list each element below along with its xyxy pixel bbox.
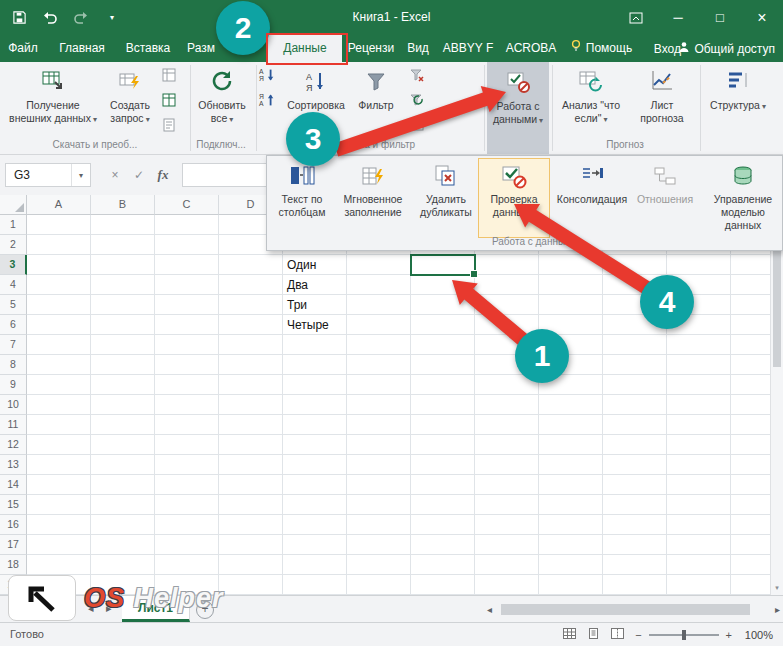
- vertical-scrollbar[interactable]: ▴ ▾: [770, 195, 783, 595]
- ribbon-display-options-icon[interactable]: [615, 0, 657, 35]
- cancel-button[interactable]: ×: [104, 163, 126, 187]
- tab-help[interactable]: Помощь: [562, 35, 640, 62]
- remove-duplicates-button[interactable]: Удалить дубликаты: [415, 159, 477, 237]
- column-header-A[interactable]: A: [27, 195, 91, 215]
- consolidate-button[interactable]: Консолидация: [553, 159, 631, 237]
- clear-filter-icon[interactable]: [408, 66, 426, 84]
- row-header-4[interactable]: 4: [0, 275, 27, 295]
- button-label: Анализ "что: [562, 99, 620, 112]
- button-label: прогноза: [640, 112, 683, 125]
- view-page-layout-icon[interactable]: [587, 628, 600, 641]
- data-tools-group-button[interactable]: Работа с данными▾: [487, 62, 549, 154]
- column-header-C[interactable]: C: [155, 195, 219, 215]
- row-header-17[interactable]: 17: [0, 535, 27, 555]
- row-header-3[interactable]: 3: [0, 255, 27, 275]
- select-all-corner[interactable]: [0, 195, 27, 215]
- tab-home[interactable]: Главная: [46, 35, 118, 62]
- tab-file[interactable]: Файл: [0, 35, 46, 62]
- scroll-down-icon[interactable]: ▾: [771, 584, 783, 592]
- row-header-7[interactable]: 7: [0, 335, 27, 355]
- column-header-B[interactable]: B: [91, 195, 155, 215]
- zoom-slider[interactable]: [649, 634, 719, 636]
- row-header-2[interactable]: 2: [0, 235, 27, 255]
- row-header-11[interactable]: 11: [0, 415, 27, 435]
- view-page-break-icon[interactable]: [611, 628, 624, 641]
- what-if-analysis-button[interactable]: Анализ "что если"▾: [556, 64, 626, 148]
- group-separator: [484, 65, 485, 151]
- hscroll-thumb[interactable]: [501, 604, 750, 615]
- show-queries-icon[interactable]: [160, 66, 178, 84]
- sort-ascending-icon[interactable]: АЯ: [258, 66, 276, 84]
- sort-descending-icon[interactable]: ЯА: [258, 91, 276, 109]
- row-header-13[interactable]: 13: [0, 455, 27, 475]
- zoom-out-button[interactable]: −: [635, 629, 641, 641]
- group-label-get-transform: Скачать и преоб...: [20, 139, 170, 150]
- row-header-5[interactable]: 5: [0, 295, 27, 315]
- row-header-14[interactable]: 14: [0, 475, 27, 495]
- row-header-9[interactable]: 9: [0, 375, 27, 395]
- recent-sources-icon[interactable]: [160, 116, 178, 134]
- annotation-step-4: 4: [640, 275, 694, 329]
- row-header-8[interactable]: 8: [0, 355, 27, 375]
- row-header-15[interactable]: 15: [0, 495, 27, 515]
- tab-insert[interactable]: Вставка: [118, 35, 178, 62]
- zoom-slider-thumb[interactable]: [682, 630, 686, 640]
- refresh-all-button[interactable]: Обновить все▾: [192, 64, 252, 148]
- share-button[interactable]: Общий доступ: [678, 35, 775, 62]
- tab-abbyy[interactable]: ABBYY F: [436, 35, 500, 62]
- row-header-6[interactable]: 6: [0, 315, 27, 335]
- cell-E5[interactable]: Три: [287, 295, 307, 315]
- outline-group-button[interactable]: Структура▾: [706, 64, 770, 148]
- cell-E3[interactable]: Один: [287, 255, 316, 275]
- view-normal-icon[interactable]: [563, 628, 576, 641]
- hscroll-left-icon[interactable]: ◂: [487, 604, 492, 615]
- manage-data-model-button[interactable]: Управление моделью данных: [705, 159, 781, 237]
- from-table-icon[interactable]: [160, 91, 178, 109]
- flash-fill-button[interactable]: Мгновенное заполнение: [335, 159, 411, 237]
- tab-acrobat[interactable]: ACROBA: [500, 35, 562, 62]
- data-validation-button[interactable]: Проверка данных▾: [479, 159, 549, 237]
- os-helper-watermark: OS Helper: [84, 583, 224, 614]
- forecast-sheet-button[interactable]: Лист прогноза: [630, 64, 694, 148]
- worksheet-grid: ABCDEFGHIJKL 123456789101112131415161718…: [0, 195, 783, 595]
- minimize-button[interactable]: ─: [657, 0, 699, 35]
- row-header-18[interactable]: 18: [0, 555, 27, 575]
- row-header-10[interactable]: 10: [0, 395, 27, 415]
- reapply-filter-icon[interactable]: [408, 91, 426, 109]
- row-header-1[interactable]: 1: [0, 215, 27, 235]
- name-box[interactable]: G3 ▾: [5, 163, 91, 187]
- tab-review[interactable]: Рецензи: [342, 35, 400, 62]
- annotation-step-2: 2: [216, 1, 270, 55]
- hscroll-track[interactable]: [495, 603, 772, 616]
- row-header-12[interactable]: 12: [0, 435, 27, 455]
- maximize-button[interactable]: □: [699, 0, 741, 35]
- cells-layer[interactable]: ОдинДваТриЧетыре: [27, 215, 783, 595]
- tab-view[interactable]: Вид: [400, 35, 436, 62]
- tab-page-layout[interactable]: Разм: [178, 35, 224, 62]
- cell-E6[interactable]: Четыре: [287, 315, 329, 335]
- close-button[interactable]: ×: [741, 0, 783, 35]
- group-label-forecast: Прогноз: [556, 139, 694, 150]
- enter-button[interactable]: ✓: [128, 163, 150, 187]
- insert-function-button[interactable]: fx: [152, 163, 174, 187]
- row-header-16[interactable]: 16: [0, 515, 27, 535]
- button-label: данных: [493, 206, 529, 218]
- get-external-data-button[interactable]: Получение внешних данных▾: [6, 64, 100, 148]
- new-query-icon: [118, 66, 142, 96]
- horizontal-scrollbar[interactable]: ◂ ▸: [487, 602, 780, 616]
- zoom-level[interactable]: 100%: [743, 629, 773, 641]
- selected-cell[interactable]: [410, 254, 476, 276]
- advanced-filter-icon[interactable]: [408, 116, 426, 134]
- cell-E4[interactable]: Два: [287, 275, 308, 295]
- text-to-columns-button[interactable]: Текст по столбцам: [271, 159, 333, 237]
- filter-button[interactable]: Фильтр: [350, 64, 402, 148]
- sign-in-button[interactable]: Вход: [654, 35, 681, 62]
- button-label: Создать: [110, 99, 150, 112]
- svg-text:А: А: [259, 68, 264, 75]
- zoom-in-button[interactable]: +: [726, 629, 732, 641]
- new-query-button[interactable]: Создать запрос▾: [102, 64, 158, 148]
- name-box-dropdown-icon[interactable]: ▾: [71, 164, 90, 186]
- dropdown-arrow-icon: ▾: [146, 115, 150, 124]
- hscroll-right-icon[interactable]: ▸: [775, 604, 780, 615]
- sort-icon: АЯ: [304, 66, 328, 96]
